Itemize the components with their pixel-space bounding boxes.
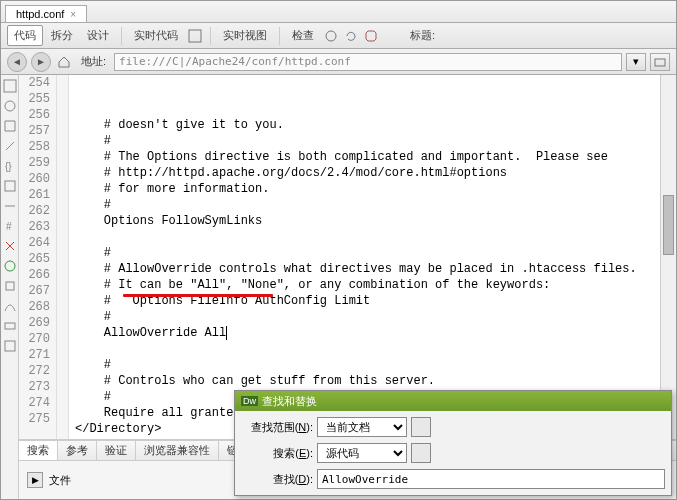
line-number: 268 — [19, 299, 50, 315]
address-label: 地址: — [81, 54, 106, 69]
svg-rect-3 — [655, 59, 665, 66]
run-button[interactable]: ▶ — [27, 472, 43, 488]
code-area[interactable]: # doesn't give it to you. # # The Option… — [69, 75, 660, 439]
tool-icon[interactable] — [3, 119, 17, 133]
tool-icon[interactable] — [3, 259, 17, 273]
scope-browse-button[interactable] — [411, 417, 431, 437]
svg-rect-11 — [5, 323, 15, 329]
code-line[interactable]: # for more information. — [75, 181, 660, 197]
line-number: 261 — [19, 187, 50, 203]
line-number: 255 — [19, 91, 50, 107]
tool-icon[interactable] — [3, 279, 17, 293]
scope-select[interactable]: 当前文档 — [317, 417, 407, 437]
find-label: 查找(D): — [241, 472, 313, 487]
code-line[interactable]: # The Options directive is both complica… — [75, 149, 660, 165]
file-label: 文件 — [49, 473, 71, 488]
refresh-icon[interactable] — [342, 27, 360, 45]
find-replace-dialog[interactable]: Dw 查找和替换 查找范围(N): 当前文档 搜索(E): 源代码 查找(D): — [234, 390, 672, 496]
results-tab[interactable]: 搜索 — [19, 441, 58, 460]
code-line[interactable]: # doesn't give it to you. — [75, 117, 660, 133]
globe-icon[interactable] — [322, 27, 340, 45]
code-line[interactable]: # It can be "All", "None", or any combin… — [75, 277, 660, 293]
tool-icon[interactable] — [3, 179, 17, 193]
svg-point-5 — [5, 101, 15, 111]
address-dropdown-button[interactable]: ▾ — [626, 53, 646, 71]
tool-icon[interactable] — [3, 339, 17, 353]
separator — [121, 27, 122, 45]
forward-button[interactable]: ► — [31, 52, 51, 72]
code-line[interactable] — [75, 341, 660, 357]
tool-icon[interactable] — [3, 99, 17, 113]
address-input[interactable] — [114, 53, 622, 71]
code-line[interactable]: Options FollowSymLinks — [75, 213, 660, 229]
code-line[interactable]: # — [75, 309, 660, 325]
stop-icon[interactable] — [362, 27, 380, 45]
line-number: 269 — [19, 315, 50, 331]
separator — [279, 27, 280, 45]
back-button[interactable]: ◄ — [7, 52, 27, 72]
tool-icon[interactable] — [3, 299, 17, 313]
code-line[interactable]: # — [75, 357, 660, 373]
live-code-icon[interactable] — [186, 27, 204, 45]
svg-point-9 — [5, 261, 15, 271]
code-line[interactable]: # http://httpd.apache.org/docs/2.4/mod/c… — [75, 165, 660, 181]
code-line[interactable]: # — [75, 133, 660, 149]
results-tab[interactable]: 参考 — [58, 441, 97, 460]
find-input[interactable] — [317, 469, 665, 489]
svg-rect-4 — [4, 80, 16, 92]
vertical-scrollbar[interactable] — [660, 75, 676, 439]
code-line[interactable]: # Controls who can get stuff from this s… — [75, 373, 660, 389]
left-tool-rail: {} # — [1, 75, 19, 499]
tool-icon[interactable] — [3, 199, 17, 213]
close-icon[interactable]: × — [70, 9, 76, 20]
tool-icon[interactable] — [3, 239, 17, 253]
text-cursor — [226, 326, 227, 340]
search-opt-button[interactable] — [411, 443, 431, 463]
dw-icon: Dw — [241, 396, 258, 406]
tab-split[interactable]: 拆分 — [45, 26, 79, 45]
fold-gutter[interactable] — [57, 75, 69, 439]
tool-icon[interactable]: {} — [3, 159, 17, 173]
home-icon[interactable] — [55, 53, 73, 71]
svg-point-1 — [326, 31, 336, 41]
code-line[interactable]: # — [75, 245, 660, 261]
dialog-titlebar[interactable]: Dw 查找和替换 — [235, 391, 671, 411]
code-line[interactable]: AllowOverride All — [75, 325, 660, 341]
tool-icon[interactable] — [3, 319, 17, 333]
browse-button[interactable] — [650, 53, 670, 71]
code-editor[interactable]: 2542552562572582592602612622632642652662… — [19, 75, 676, 439]
line-number: 273 — [19, 379, 50, 395]
highlight-underline — [123, 294, 273, 297]
results-tab[interactable]: 验证 — [97, 441, 136, 460]
search-label: 搜索(E): — [241, 446, 313, 461]
tool-icon[interactable] — [3, 79, 17, 93]
line-number: 272 — [19, 363, 50, 379]
tab-design[interactable]: 设计 — [81, 26, 115, 45]
line-number: 254 — [19, 75, 50, 91]
tab-live-view[interactable]: 实时视图 — [217, 26, 273, 45]
line-number: 267 — [19, 283, 50, 299]
search-type-select[interactable]: 源代码 — [317, 443, 407, 463]
code-line[interactable]: # AllowOverride controls what directives… — [75, 261, 660, 277]
svg-rect-0 — [189, 30, 201, 42]
scroll-thumb[interactable] — [663, 195, 674, 255]
tool-icon[interactable]: # — [3, 219, 17, 233]
code-line[interactable] — [75, 229, 660, 245]
dialog-title: 查找和替换 — [262, 394, 317, 409]
file-tab-httpd[interactable]: httpd.conf × — [5, 5, 87, 22]
line-number: 264 — [19, 235, 50, 251]
tab-live-code[interactable]: 实时代码 — [128, 26, 184, 45]
svg-text:#: # — [6, 221, 12, 232]
line-number: 262 — [19, 203, 50, 219]
results-tab[interactable]: 浏览器兼容性 — [136, 441, 219, 460]
tab-code[interactable]: 代码 — [7, 25, 43, 46]
svg-marker-2 — [366, 31, 376, 41]
line-number: 271 — [19, 347, 50, 363]
line-number: 265 — [19, 251, 50, 267]
tab-inspect[interactable]: 检查 — [286, 26, 320, 45]
svg-text:{}: {} — [5, 161, 12, 172]
line-number: 257 — [19, 123, 50, 139]
tool-icon[interactable] — [3, 139, 17, 153]
separator — [210, 27, 211, 45]
code-line[interactable]: # — [75, 197, 660, 213]
